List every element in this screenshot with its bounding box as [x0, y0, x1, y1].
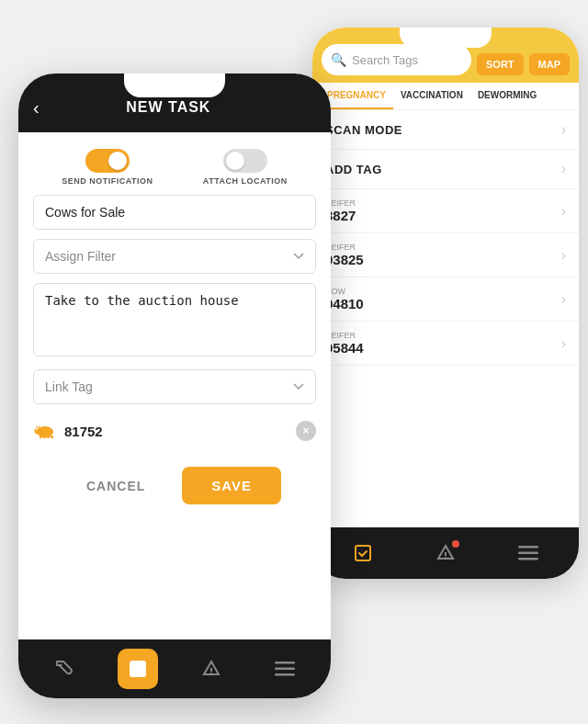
item-type: HEIFER [325, 331, 364, 340]
tasks-icon[interactable] [353, 543, 373, 563]
action-row: CANCEL SAVE [18, 445, 331, 504]
menu-icon[interactable] [518, 546, 538, 560]
remove-tag-button[interactable]: × [296, 421, 316, 441]
search-placeholder: Search Tags [352, 53, 418, 67]
close-icon: × [302, 424, 309, 437]
notification-toggle[interactable] [85, 149, 130, 173]
svg-rect-4 [518, 558, 538, 560]
svg-point-1 [445, 557, 447, 559]
tags-icon[interactable] [44, 649, 85, 689]
svg-rect-2 [518, 546, 538, 549]
toggle-thumb [108, 152, 127, 170]
svg-point-14 [210, 673, 212, 674]
svg-rect-8 [47, 436, 50, 438]
svg-rect-16 [275, 668, 295, 671]
svg-point-11 [36, 428, 38, 430]
alerts-icon[interactable] [435, 543, 456, 563]
save-button[interactable]: SAVE [182, 467, 281, 504]
item-type: COW [325, 287, 364, 296]
svg-rect-15 [275, 662, 295, 664]
item-chevron: › [561, 203, 566, 220]
alerts-nav-icon[interactable] [191, 649, 232, 689]
menu-nav-icon[interactable] [265, 649, 305, 689]
svg-rect-0 [356, 546, 370, 560]
item-id: 05844 [325, 340, 364, 356]
scan-mode-label: SCAN MODE [325, 123, 402, 137]
add-tag-label: ADD TAG [325, 163, 382, 176]
map-button[interactable]: MAP [529, 53, 570, 75]
sort-button[interactable]: SORT [477, 53, 524, 75]
svg-point-12 [60, 664, 62, 667]
tag-number: 81752 [64, 424, 103, 439]
task-name-input[interactable] [33, 195, 316, 230]
scan-mode-item[interactable]: SCAN MODE › [312, 110, 579, 150]
back-tabs: PREGNANCY VACCINATION DEWORMING [312, 83, 579, 110]
back-button[interactable]: ‹ [33, 97, 40, 119]
page-title: NEW TASK [49, 99, 288, 116]
tab-vaccination[interactable]: VACCINATION [393, 83, 470, 109]
list-item[interactable]: COW 04810 › [312, 277, 579, 322]
toggle-row: SEND NOTIFICATION ATTACH LOCATION [18, 132, 331, 195]
add-tag-chevron: › [561, 161, 566, 177]
item-chevron: › [561, 335, 566, 352]
tab-pregnancy[interactable]: PREGNANCY [320, 83, 393, 109]
assign-filter-select[interactable]: Assign Filter [33, 239, 316, 274]
front-phone-notch [124, 74, 225, 97]
back-phone-notch [400, 28, 492, 48]
front-phone: ‹ NEW TASK SEND NOTIFICATION ATTACH LOCA… [18, 74, 331, 698]
front-bottom-bar [18, 639, 331, 698]
form-area: Assign Filter Take to the auction house … [18, 195, 331, 445]
list-item[interactable]: HEIFER 03825 › [312, 233, 579, 277]
cancel-button[interactable]: CANCEL [68, 469, 164, 503]
svg-rect-3 [518, 552, 538, 555]
svg-rect-10 [51, 436, 53, 438]
svg-point-6 [35, 428, 41, 435]
tag-row: 81752 × [33, 413, 316, 445]
list-item[interactable]: HEIFER 05844 › [312, 322, 579, 366]
svg-rect-17 [275, 673, 295, 676]
back-phone: 🔍 Search Tags SORT MAP PREGNANCY VACCINA… [312, 28, 579, 579]
cow-icon [33, 424, 55, 438]
search-icon: 🔍 [331, 52, 346, 67]
location-toggle[interactable] [223, 149, 267, 173]
back-bottom-bar [312, 527, 579, 579]
scan-mode-chevron: › [561, 121, 566, 138]
item-id: 03825 [325, 252, 364, 267]
item-chevron: › [561, 291, 566, 308]
list-item[interactable]: HEIFER 3827 › [312, 189, 579, 233]
item-chevron: › [561, 247, 566, 264]
location-label: ATTACH LOCATION [203, 176, 288, 186]
add-tag-item[interactable]: ADD TAG › [312, 150, 579, 189]
notification-toggle-group: SEND NOTIFICATION [62, 149, 153, 186]
search-bar[interactable]: 🔍 Search Tags [322, 44, 471, 75]
item-type: HEIFER [325, 243, 364, 252]
description-textarea[interactable]: Take to the auction house [33, 283, 316, 356]
item-id: 04810 [325, 296, 364, 311]
tasks-nav-icon[interactable] [118, 649, 158, 689]
notification-label: SEND NOTIFICATION [62, 176, 153, 186]
location-toggle-group: ATTACH LOCATION [203, 149, 288, 186]
svg-rect-7 [40, 436, 42, 438]
toggle-thumb [226, 152, 244, 170]
tab-deworming[interactable]: DEWORMING [470, 83, 544, 109]
link-tag-select[interactable]: Link Tag [33, 369, 316, 404]
svg-rect-9 [43, 436, 46, 438]
